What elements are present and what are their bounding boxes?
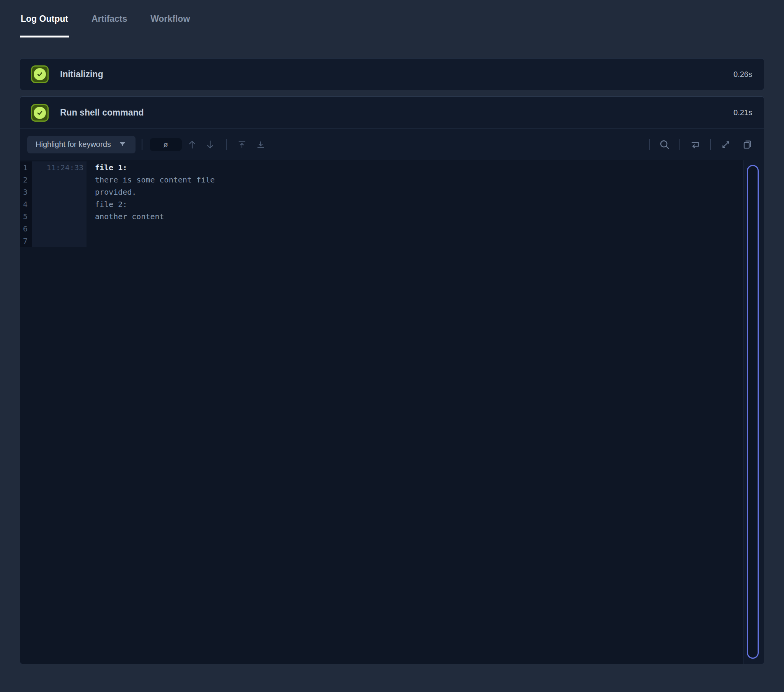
line-timestamp bbox=[32, 186, 87, 198]
log-line: 7 bbox=[20, 235, 764, 247]
step-card-initializing: Initializing 0.26s bbox=[20, 58, 764, 90]
line-number[interactable]: 5 bbox=[20, 210, 32, 223]
toolbar-divider bbox=[226, 139, 227, 150]
toolbar-divider bbox=[142, 139, 142, 150]
log-lines: 1 11:24:33 file 1: 2 there is some conte… bbox=[20, 160, 764, 247]
log-line: 1 11:24:33 file 1: bbox=[20, 161, 764, 174]
check-icon bbox=[34, 107, 46, 119]
line-text: provided. bbox=[87, 186, 136, 198]
log-output-area: 1 11:24:33 file 1: 2 there is some conte… bbox=[20, 160, 764, 664]
line-timestamp bbox=[32, 210, 87, 223]
line-number[interactable]: 4 bbox=[20, 198, 32, 210]
match-count-badge: ø bbox=[150, 138, 182, 151]
highlight-keywords-label: Highlight for keywords bbox=[36, 140, 111, 149]
scroll-to-top-icon bbox=[237, 140, 247, 150]
scroll-to-bottom-button[interactable] bbox=[254, 138, 267, 151]
step-duration: 0.26s bbox=[733, 70, 752, 79]
log-line: 2 there is some content file bbox=[20, 174, 764, 186]
step-title: Run shell command bbox=[60, 107, 144, 118]
step-header-run-shell-command[interactable]: Run shell command 0.21s bbox=[20, 97, 764, 128]
scroll-to-bottom-icon bbox=[256, 140, 266, 150]
previous-match-button[interactable] bbox=[186, 138, 199, 151]
step-header-initializing[interactable]: Initializing 0.26s bbox=[20, 59, 764, 90]
log-line: 3 provided. bbox=[20, 186, 764, 198]
step-duration: 0.21s bbox=[733, 108, 752, 117]
line-text bbox=[87, 235, 95, 247]
tab-workflow[interactable]: Workflow bbox=[150, 11, 191, 38]
log-line: 6 bbox=[20, 223, 764, 235]
log-scrollbar-track[interactable] bbox=[743, 160, 764, 664]
toolbar-divider bbox=[680, 139, 680, 150]
scroll-to-top-button[interactable] bbox=[236, 138, 249, 151]
arrow-up-icon bbox=[187, 139, 198, 150]
log-toolbar-right bbox=[649, 138, 754, 151]
line-number[interactable]: 7 bbox=[20, 235, 32, 247]
line-number[interactable]: 1 bbox=[20, 161, 32, 174]
log-line: 4 file 2: bbox=[20, 198, 764, 210]
next-match-button[interactable] bbox=[204, 138, 217, 151]
log-scrollbar-thumb[interactable] bbox=[747, 165, 759, 659]
line-text bbox=[87, 223, 95, 235]
line-text: file 1: bbox=[87, 161, 127, 174]
line-text: file 2: bbox=[87, 198, 127, 210]
tab-artifacts[interactable]: Artifacts bbox=[91, 11, 128, 38]
line-number[interactable]: 2 bbox=[20, 174, 32, 186]
line-number[interactable]: 6 bbox=[20, 223, 32, 235]
tab-log-output[interactable]: Log Output bbox=[20, 11, 69, 38]
toolbar-divider bbox=[710, 139, 711, 150]
line-timestamp bbox=[32, 235, 87, 247]
wrap-lines-button[interactable] bbox=[688, 138, 702, 151]
tab-bar: Log Output Artifacts Workflow bbox=[20, 11, 764, 38]
copy-log-button[interactable] bbox=[741, 138, 754, 151]
step-card-run-shell-command: Run shell command 0.21s Highlight for ke… bbox=[20, 96, 764, 664]
copy-icon bbox=[741, 139, 753, 150]
line-text: there is some content file bbox=[87, 174, 215, 186]
filter-icon bbox=[118, 140, 127, 149]
highlight-keywords-button[interactable]: Highlight for keywords bbox=[27, 136, 135, 153]
line-timestamp: 11:24:33 bbox=[32, 161, 87, 174]
check-icon bbox=[34, 68, 46, 81]
expand-icon bbox=[720, 139, 731, 150]
line-text: another content bbox=[87, 210, 164, 223]
line-timestamp bbox=[32, 223, 87, 235]
step-title: Initializing bbox=[60, 69, 103, 80]
step-status-passed-icon bbox=[31, 104, 49, 122]
expand-log-button[interactable] bbox=[719, 138, 732, 151]
line-number[interactable]: 3 bbox=[20, 186, 32, 198]
log-page: Log Output Artifacts Workflow Initializi… bbox=[0, 0, 784, 664]
log-toolbar: Highlight for keywords ø bbox=[20, 128, 764, 160]
search-log-button[interactable] bbox=[658, 138, 671, 151]
wrap-lines-icon bbox=[689, 139, 701, 150]
arrow-down-icon bbox=[205, 139, 216, 150]
toolbar-divider bbox=[649, 139, 650, 150]
line-timestamp bbox=[32, 174, 87, 186]
search-icon bbox=[659, 139, 670, 150]
step-status-passed-icon bbox=[31, 66, 49, 83]
log-line: 5 another content bbox=[20, 210, 764, 223]
line-timestamp bbox=[32, 198, 87, 210]
